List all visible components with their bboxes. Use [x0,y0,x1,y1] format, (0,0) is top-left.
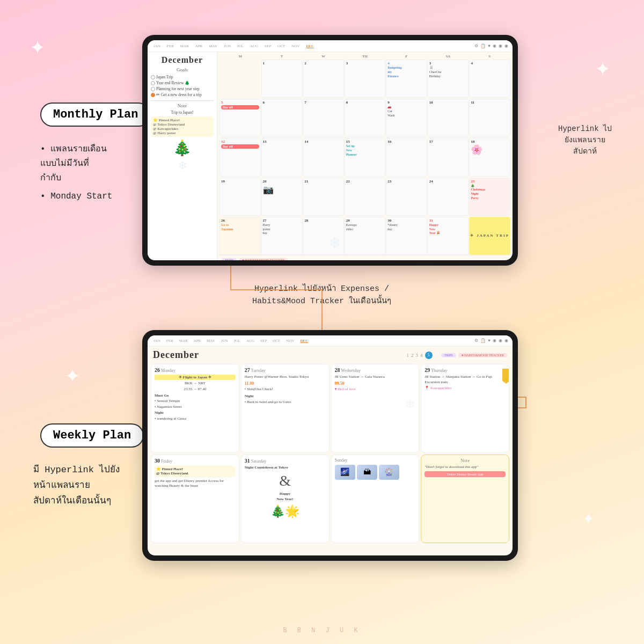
sparkle-icon-4: ✦ [582,510,595,528]
calendar-sidebar: December Goals Japan Trip Year end Revie… [148,52,217,260]
monthly-plan-label: Monthly Plan [40,103,151,127]
sparkle-icon-3: ✦ [595,58,611,80]
bottom-nav-bar: JAN FEB MAR APR MAY JUN JUL AUG SEP OCT … [148,335,513,346]
goal-year-end: Year end Review 🌲 [151,80,214,85]
monthly-plan-tablet: JAN FEB MAR APR MAY JUN JUL AUG SEP OCT … [142,35,518,266]
top-nav-bar: JAN FEB MAR APR MAY JUN JUL AUG SEP OCT … [148,40,513,52]
annotation-right: Hyperlink ไปยังแพลนรายสัปดาห์ [558,123,612,157]
bottom-strip[interactable]: TRIPS ♥ HABITS&MOOD TRACKER [219,255,510,260]
week-cell-monday: 26 Monday ✈ Flight to Japan ✈ BKK → NRT … [151,364,239,453]
week-cell-saturday: 31 Saturday Night Countdown at Tokyo & H… [241,455,330,544]
weekly-header: December 1 2 3 4 5 TRIPS ♥ HABITS&MOOD T… [148,346,513,362]
goal-japan-trip: Japan Trip [151,75,214,79]
week-cell-tuesday: 27 Tuesday Harry Potter @Warner Bros. St… [241,364,330,453]
week-cell-sunday: Sunday 🌌 🏔 🎡 [331,455,420,544]
week-cell-friday: 30 Friday ⭐ Pinned Place†@ Tokyo Disneyl… [151,455,239,544]
week-cell-thursday: 29 Thursday JR Station → Shinjuku Statio… [421,364,509,453]
weekly-grid: 26 Monday ✈ Flight to Japan ✈ BKK → NRT … [148,362,513,545]
credit-text: B B N J U K [283,627,361,634]
goal-planning: Planning for next year step [151,86,214,91]
monthly-plan-bullets: • แพลนรายเดือน แบบไม่มีวันที่ กำกับ • Mo… [40,142,112,204]
weekly-plan-bullets: มี Hyperlink ไปยัง หน้าแพลนราย สัปดาห์ใน… [33,463,120,509]
weekly-plan-tablet: JAN FEB MAR APR MAY JUN JUL AUG SEP OCT … [142,330,518,561]
sparkle-icon-1: ✦ [30,36,46,59]
weekly-plan-label: Weekly Plan [40,423,144,448]
week-cell-wednesday: 28 Wednesday JR Ueno Station → Gala Yuza… [331,364,420,453]
week-cell-note: Note "Don't forget to download this app"… [421,455,509,544]
annotation-bottom: Hyperlink ไปยังหน้า Expenses / Habits&Mo… [252,283,391,308]
goal-dress: ✏ Get a new dress for a trip [151,92,214,97]
sparkle-icon-2: ✦ [64,365,80,387]
calendar-grid: M T W TH F SA S 1 2 3 [217,52,513,260]
